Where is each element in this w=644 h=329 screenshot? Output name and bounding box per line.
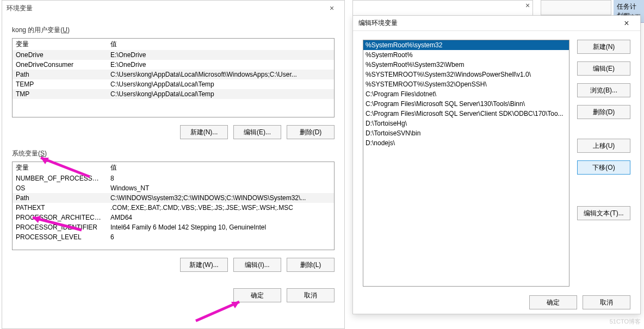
delete-sys-var-button[interactable]: 删除(L): [287, 258, 335, 272]
var-value: .COM;.EXE;.BAT;.CMD;.VBS;.VBE;.JS;.JSE;.…: [107, 203, 334, 213]
ok-button[interactable]: 确定: [233, 288, 281, 302]
path-list[interactable]: %SystemRoot%\system32%SystemRoot%%System…: [363, 40, 569, 287]
background-close-icon[interactable]: ×: [522, 1, 533, 10]
env-vars-titlebar: 环境变量 ×: [2, 1, 344, 16]
var-name: NUMBER_OF_PROCESSORS: [13, 173, 107, 183]
side-buttons: 新建(N) 编辑(E) 浏览(B)... 删除(D) 上移(U) 下移(O) 编…: [577, 40, 630, 287]
var-name: PROCESSOR_LEVEL: [13, 232, 107, 242]
new-path-button[interactable]: 新建(N): [577, 40, 630, 54]
new-user-var-button[interactable]: 新建(N)...: [180, 125, 228, 139]
var-name: Path: [13, 70, 107, 79]
var-value: AMD64: [107, 213, 334, 222]
delete-path-button[interactable]: 删除(D): [577, 105, 630, 119]
table-row[interactable]: TMPC:\Users\kong\AppData\Local\Temp: [13, 89, 334, 99]
watermark: 51CTO博客: [610, 318, 641, 326]
table-row[interactable]: OSWindows_NT: [13, 183, 334, 193]
user-vars-list[interactable]: 变量 值 OneDriveE:\OneDriveOneDriveConsumer…: [12, 38, 335, 117]
cancel-button[interactable]: 取消: [583, 295, 630, 309]
var-name: Path: [13, 193, 107, 203]
dialog1-footer-buttons: 确定 取消: [2, 288, 335, 302]
background-dialog-stub: [352, 0, 533, 15]
list-item[interactable]: %SystemRoot%\system32: [363, 40, 569, 50]
user-vars-label: kong 的用户变量(U): [12, 26, 344, 35]
var-value: C:\Users\kong\AppData\Local\Temp: [107, 79, 334, 89]
var-value: C:\Users\kong\AppData\Local\Temp: [107, 89, 334, 99]
col-header-val: 值: [107, 39, 334, 50]
delete-user-var-button[interactable]: 删除(D): [287, 125, 335, 139]
env-vars-title: 环境变量: [7, 4, 324, 13]
edit-env-title: 编辑环境变量: [358, 18, 618, 28]
list-item[interactable]: C:\Program Files\dotnet\: [363, 89, 569, 99]
user-vars-buttons: 新建(N)... 编辑(E)... 删除(D): [2, 125, 335, 139]
background-window-stub: [541, 0, 611, 15]
close-icon[interactable]: ×: [618, 18, 635, 28]
edit-path-button[interactable]: 编辑(E): [577, 61, 630, 76]
ok-button[interactable]: 确定: [529, 295, 577, 309]
table-row[interactable]: PathC:\WINDOWS\system32;C:\WINDOWS;C:\WI…: [13, 193, 334, 203]
var-name: OneDrive: [13, 50, 107, 60]
table-row[interactable]: PROCESSOR_IDENTIFIERIntel64 Family 6 Mod…: [13, 222, 334, 232]
list-item[interactable]: %SystemRoot%\System32\Wbem: [363, 60, 569, 70]
list-item[interactable]: %SYSTEMROOT%\System32\WindowsPowerShell\…: [363, 70, 569, 79]
var-name: PATHEXT: [13, 203, 107, 213]
var-name: OS: [13, 183, 107, 193]
system-vars-header: 变量 值: [13, 162, 334, 173]
list-item[interactable]: D:\nodejs\: [363, 138, 569, 148]
table-row[interactable]: OneDriveE:\OneDrive: [13, 50, 334, 60]
edit-sys-var-button[interactable]: 编辑(I)...: [233, 258, 281, 272]
list-item[interactable]: D:\TortoiseHg\: [363, 119, 569, 128]
var-name: PROCESSOR_ARCHITECTURE: [13, 213, 107, 222]
var-value: Windows_NT: [107, 183, 334, 193]
edit-env-titlebar: 编辑环境变量 ×: [353, 16, 640, 31]
table-row[interactable]: OneDriveConsumerE:\OneDrive: [13, 60, 334, 70]
var-value: E:\OneDrive: [107, 60, 334, 70]
table-row[interactable]: PATHEXT.COM;.EXE;.BAT;.CMD;.VBS;.VBE;.JS…: [13, 203, 334, 213]
user-vars-header: 变量 值: [13, 39, 334, 50]
list-item[interactable]: %SystemRoot%: [363, 50, 569, 60]
close-icon[interactable]: ×: [324, 4, 340, 13]
edit-text-button[interactable]: 编辑文本(T)...: [577, 206, 630, 220]
cancel-button[interactable]: 取消: [287, 288, 335, 302]
list-item[interactable]: C:\Program Files\Microsoft SQL Server\13…: [363, 99, 569, 109]
new-sys-var-button[interactable]: 新建(W)...: [180, 258, 228, 272]
table-row[interactable]: PROCESSOR_ARCHITECTUREAMD64: [13, 213, 334, 222]
var-name: TMP: [13, 89, 107, 99]
var-value: E:\OneDrive: [107, 50, 334, 60]
table-row[interactable]: PROCESSOR_LEVEL6: [13, 232, 334, 242]
var-value: C:\WINDOWS\system32;C:\WINDOWS;C:\WINDOW…: [107, 193, 334, 203]
task-scheduler-title: 任务计划程: [614, 0, 644, 12]
var-name: OneDriveConsumer: [13, 60, 107, 70]
var-value: 8: [107, 173, 334, 183]
list-item[interactable]: C:\Program Files\Microsoft SQL Server\Cl…: [363, 109, 569, 119]
list-item[interactable]: D:\TortoiseSVN\bin: [363, 128, 569, 138]
system-vars-list[interactable]: 变量 值 NUMBER_OF_PROCESSORS8OSWindows_NTPa…: [12, 162, 335, 250]
dialog2-footer-buttons: 确定 取消: [353, 292, 640, 315]
movedown-button[interactable]: 下移(O): [577, 160, 630, 175]
browse-path-button[interactable]: 浏览(B)...: [577, 83, 630, 97]
list-item[interactable]: %SYSTEMROOT%\System32\OpenSSH\: [363, 79, 569, 89]
var-name: TEMP: [13, 79, 107, 89]
var-value: Intel64 Family 6 Model 142 Stepping 10, …: [107, 222, 334, 232]
table-row[interactable]: NUMBER_OF_PROCESSORS8: [13, 173, 334, 183]
env-vars-dialog: 环境变量 × kong 的用户变量(U) 变量 值 OneDriveE:\One…: [2, 0, 345, 329]
system-vars-buttons: 新建(W)... 编辑(I)... 删除(L): [2, 258, 335, 272]
col-header-var: 变量: [13, 162, 107, 173]
var-value: C:\Users\kong\AppData\Local\Microsoft\Wi…: [107, 70, 334, 79]
edit-env-var-dialog: 编辑环境变量 × %SystemRoot%\system32%SystemRoo…: [352, 15, 641, 314]
moveup-button[interactable]: 上移(U): [577, 139, 630, 153]
col-header-var: 变量: [13, 39, 107, 50]
col-header-val: 值: [107, 162, 334, 173]
var-value: 6: [107, 232, 334, 242]
table-row[interactable]: PathC:\Users\kong\AppData\Local\Microsof…: [13, 70, 334, 79]
edit-user-var-button[interactable]: 编辑(E)...: [233, 125, 281, 139]
var-name: PROCESSOR_IDENTIFIER: [13, 222, 107, 232]
system-vars-label: 系统变量(S): [12, 149, 344, 158]
table-row[interactable]: TEMPC:\Users\kong\AppData\Local\Temp: [13, 79, 334, 89]
